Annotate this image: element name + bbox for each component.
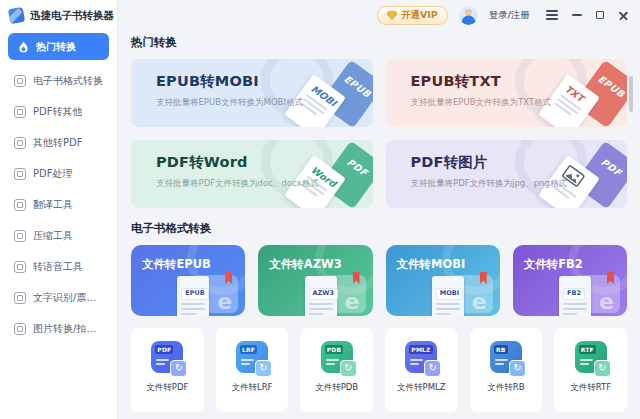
- ebook-format-icon: [14, 75, 26, 87]
- sidebar-item-label: 图片转换/拍证件照: [33, 322, 103, 336]
- card-file-to-pdb[interactable]: PDB ↻ 文件转PDB: [300, 328, 373, 412]
- user-avatar-icon: [459, 6, 478, 25]
- card-epub-to-mobi[interactable]: EPUB MOBI EPUB转MOBI 支持批量将EPUB文件转换为MOBI格式: [131, 59, 373, 127]
- sidebar-item-label: 其他转PDF: [33, 136, 82, 150]
- format-doc-icon: FB2: [559, 276, 591, 316]
- avatar[interactable]: [459, 6, 478, 25]
- pdb-file-icon: PDB ↻: [321, 341, 353, 373]
- compress-icon: [14, 230, 26, 242]
- main-content: 热门转换 EPUB MOBI EPUB转MOBI 支持批量将EPUB文件转换为M…: [131, 30, 627, 412]
- sidebar-item-translate[interactable]: 翻译工具: [8, 189, 109, 220]
- sidebar-item-label: 电子书格式转换: [33, 74, 103, 88]
- bookmark-icon: [353, 272, 360, 284]
- vip-label: 开通VIP: [401, 9, 438, 22]
- card-pdf-to-image[interactable]: PDF PDF转图片 支持批量将PDF文件转换为jpg、png格式: [386, 140, 628, 208]
- sidebar-item-other-to-pdf[interactable]: 其他转PDF: [8, 127, 109, 158]
- titlebar: 开通VIP 登录/注册: [118, 0, 640, 30]
- pdf-edit-icon: [14, 168, 26, 180]
- scrollbar-thumb[interactable]: [629, 76, 633, 112]
- refresh-icon: ↻: [594, 360, 611, 377]
- gem-icon: [387, 11, 397, 20]
- sidebar-item-label: 压缩工具: [33, 229, 73, 243]
- format-doc-icon: AZW3: [305, 276, 337, 316]
- card-file-to-mobi[interactable]: e MOBI 文件转MOBI: [386, 245, 500, 316]
- card-label: 文件转RB: [487, 382, 524, 394]
- rb-file-icon: RB ↻: [490, 341, 522, 373]
- audio-icon: [14, 261, 26, 273]
- card-subtitle: 支持批量将EPUB文件转换为MOBI格式: [156, 97, 303, 109]
- section-title-ebook: 电子书格式转换: [131, 221, 627, 236]
- translate-icon: [14, 199, 26, 211]
- format-doc-icon: MOBI: [432, 276, 464, 316]
- ebook-card-grid: e EPUB 文件转EPUB e AZW3 文件转AZW3: [131, 245, 627, 316]
- card-file-to-fb2[interactable]: e FB2 文件转FB2: [513, 245, 627, 316]
- card-subtitle: 支持批量将PDF文件转换为jpg、png格式: [411, 178, 567, 190]
- card-file-to-epub[interactable]: e EPUB 文件转EPUB: [131, 245, 245, 316]
- card-title: 文件转EPUB: [142, 257, 211, 272]
- sidebar-item-image-convert[interactable]: 图片转换/拍证件照: [8, 313, 109, 344]
- app-title: 迅捷电子书转换器: [30, 9, 114, 23]
- file-card-grid: PDF ↻ 文件转PDF LRF ↻ 文件转LRF PDB ↻ 文件转PDB: [131, 328, 627, 412]
- sidebar-item-pdf-process[interactable]: PDF处理: [8, 158, 109, 189]
- app-logo-row: 迅捷电子书转换器: [0, 0, 117, 31]
- card-label: 文件转PMLZ: [397, 382, 446, 394]
- card-file-to-azw3[interactable]: e AZW3 文件转AZW3: [258, 245, 372, 316]
- card-title: EPUB转MOBI: [156, 72, 259, 91]
- photo-icon: [14, 323, 26, 335]
- sidebar-item-pdf-to-other[interactable]: PDF转其他: [8, 96, 109, 127]
- card-subtitle: 支持批量将EPUB文件转换为TXT格式: [411, 97, 552, 109]
- sidebar-item-tts[interactable]: 转语音工具: [8, 251, 109, 282]
- hot-card-grid: EPUB MOBI EPUB转MOBI 支持批量将EPUB文件转换为MOBI格式…: [131, 59, 627, 208]
- login-register-link[interactable]: 登录/注册: [489, 9, 530, 22]
- sidebar-item-label: 热门转换: [36, 40, 76, 54]
- card-epub-to-txt[interactable]: EPUB TXT EPUB转TXT 支持批量将EPUB文件转换为TXT格式: [386, 59, 628, 127]
- pdf-to-other-icon: [14, 106, 26, 118]
- sidebar-item-label: 转语音工具: [33, 260, 83, 274]
- lrf-file-icon: LRF ↻: [236, 341, 268, 373]
- refresh-icon: ↻: [424, 360, 441, 377]
- card-title: EPUB转TXT: [411, 72, 501, 91]
- bookmark-icon: [607, 272, 614, 284]
- card-label: 文件转PDF: [146, 382, 188, 394]
- vip-button[interactable]: 开通VIP: [377, 6, 448, 25]
- sidebar-nav: 热门转换 电子书格式转换 PDF转其他 其他转PDF PDF处理 翻译工具 压缩…: [0, 31, 117, 344]
- card-file-to-rb[interactable]: RB ↻ 文件转RB: [470, 328, 543, 412]
- maximize-icon[interactable]: [596, 11, 604, 19]
- sidebar-item-compress[interactable]: 压缩工具: [8, 220, 109, 251]
- card-file-to-lrf[interactable]: LRF ↻ 文件转LRF: [216, 328, 289, 412]
- sidebar-item-hot-convert[interactable]: 热门转换: [8, 33, 109, 60]
- bookmark-icon: [225, 272, 232, 284]
- card-title: 文件转MOBI: [397, 257, 466, 272]
- ocr-icon: [14, 292, 26, 304]
- sidebar-item-label: PDF转其他: [33, 105, 82, 119]
- card-file-to-pdf[interactable]: PDF ↻ 文件转PDF: [131, 328, 204, 412]
- rtf-file-icon: RTF ↻: [575, 341, 607, 373]
- card-title: 文件转AZW3: [269, 257, 341, 272]
- bookmark-icon: [480, 272, 487, 284]
- card-subtitle: 支持批量将PDF文件转换为doc、docx格式: [156, 178, 319, 190]
- pdf-file-icon: PDF ↻: [151, 341, 183, 373]
- refresh-icon: ↻: [255, 360, 272, 377]
- menu-icon[interactable]: [546, 10, 558, 20]
- format-doc-icon: EPUB: [177, 276, 209, 316]
- close-icon[interactable]: [618, 10, 629, 21]
- other-to-pdf-icon: [14, 137, 26, 149]
- minimize-icon[interactable]: [572, 14, 582, 16]
- pmlz-file-icon: PMLZ ↻: [405, 341, 437, 373]
- refresh-icon: ↻: [340, 360, 357, 377]
- card-label: 文件转PDB: [315, 382, 358, 394]
- card-pdf-to-word[interactable]: PDF Word PDF转Word 支持批量将PDF文件转换为doc、docx格…: [131, 140, 373, 208]
- refresh-icon: ↻: [170, 360, 187, 377]
- card-file-to-rtf[interactable]: RTF ↻ 文件转RTF: [554, 328, 627, 412]
- card-file-to-pmlz[interactable]: PMLZ ↻ 文件转PMLZ: [385, 328, 458, 412]
- refresh-icon: ↻: [509, 360, 526, 377]
- app-logo-icon: [8, 7, 25, 24]
- sidebar-item-ocr[interactable]: 文字识别/票证识别: [8, 282, 109, 313]
- section-title-hot: 热门转换: [131, 35, 627, 50]
- card-title: 文件转FB2: [524, 257, 583, 272]
- sidebar-item-label: PDF处理: [33, 167, 72, 181]
- sidebar-item-ebook-format[interactable]: 电子书格式转换: [8, 65, 109, 96]
- card-label: 文件转LRF: [231, 382, 272, 394]
- flame-icon: [18, 41, 29, 53]
- card-title: PDF转Word: [156, 153, 248, 172]
